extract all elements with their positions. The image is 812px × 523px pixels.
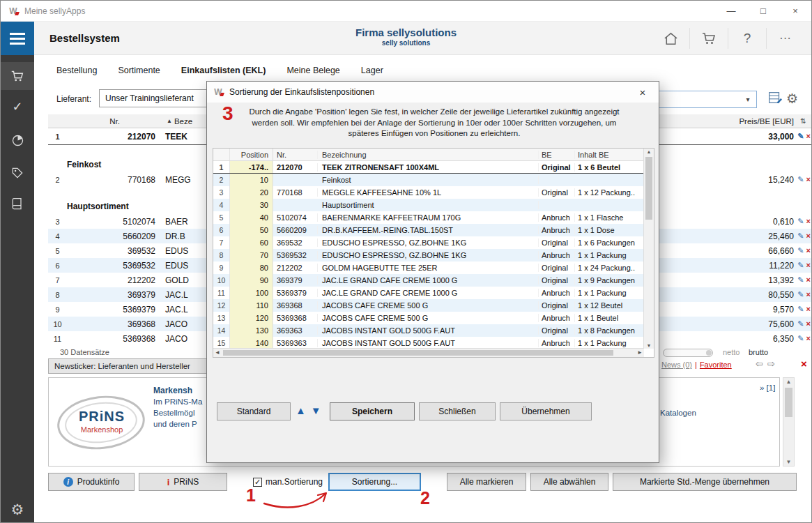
delete-icon[interactable]: × [806, 334, 811, 343]
close-button[interactable]: × [779, 1, 811, 21]
arrow-right-icon[interactable]: ⇨ [767, 358, 775, 369]
scrollbar-thumb[interactable] [223, 350, 613, 356]
man-sortierung-checkbox[interactable]: ✓ man.Sortierung [253, 477, 323, 487]
delete-icon[interactable]: × [806, 232, 811, 241]
sort-table-row[interactable]: 1 -174.. 212070 TEEK ZITRONENSAFT 100X4M… [213, 161, 654, 174]
edit-icon[interactable]: ✎ [797, 290, 804, 299]
position-cell[interactable]: 120 [230, 312, 273, 324]
news-link[interactable]: News (0) [661, 361, 692, 369]
col-nr[interactable]: Nr. [273, 151, 318, 159]
col-be[interactable]: BE [539, 151, 575, 159]
produktinfo-button[interactable]: i Produktinfo [48, 473, 135, 491]
edit-icon[interactable]: ✎ [797, 175, 804, 184]
tab[interactable]: Bestellung [56, 66, 97, 75]
dialog-titlebar[interactable]: W Sortierung der Einkaufslistenpositione… [207, 82, 659, 103]
sidebar-pie-chart-icon[interactable] [1, 126, 34, 154]
position-cell[interactable]: 10 [230, 174, 273, 186]
sort-table-row[interactable]: 5 40 5102074 BAERENMARKE KAFFEETRAUM 170… [213, 211, 654, 224]
delete-icon[interactable]: × [806, 261, 811, 270]
edit-icon[interactable]: ✎ [797, 319, 804, 328]
grid-settings-gear-icon[interactable]: ⚙ [786, 91, 798, 107]
position-cell[interactable]: 110 [230, 299, 273, 312]
standard-button[interactable]: Standard [217, 402, 291, 420]
sort-table-row[interactable]: 6 50 5660209 DR.B.KAFFEEM.-REING.TABL.15… [213, 224, 654, 236]
edit-icon[interactable]: ✎ [797, 132, 804, 141]
panel-scrollbar[interactable]: ▲ ▼ [783, 377, 795, 467]
scroll-down-icon[interactable]: ▼ [783, 459, 794, 465]
delete-icon[interactable]: × [806, 275, 811, 285]
edit-icon[interactable]: ✎ [797, 232, 804, 241]
netto-label[interactable]: netto [723, 348, 740, 356]
col-bezeichnung[interactable]: Bezeichnung [318, 151, 539, 159]
sort-table-row[interactable]: 2 10 Feinkost [213, 174, 654, 186]
more-menu-icon[interactable]: ... [767, 29, 804, 48]
netto-brutto-toggle[interactable] [663, 349, 713, 357]
position-cell[interactable]: 80 [230, 262, 273, 274]
maximize-button[interactable]: □ [747, 1, 779, 21]
tab[interactable]: Einkaufslisten (EKL) [181, 66, 266, 75]
position-cell[interactable]: 40 [230, 211, 273, 224]
sort-table-row[interactable]: 7 60 369532 EDUSCHO ESPRESSO, GZ.BOHNE 1… [213, 236, 654, 249]
tab[interactable]: Meine Belege [286, 66, 339, 75]
schliessen-button[interactable]: Schließen [419, 402, 496, 420]
move-up-icon[interactable]: ▲ [296, 404, 306, 416]
dialog-horizontal-scrollbar[interactable]: ◄ ► [213, 348, 644, 357]
scrollbar-thumb[interactable] [645, 157, 652, 220]
delete-icon[interactable]: × [806, 246, 811, 255]
position-cell[interactable]: 60 [230, 236, 273, 249]
scrollbar-thumb[interactable] [785, 388, 792, 417]
sort-table-row[interactable]: 8 70 5369532 EDUSCHO ESPRESSO, GZ.BOHNE … [213, 249, 654, 262]
col-inhalt-be[interactable]: Inhalt BE [575, 151, 643, 159]
prins-button[interactable]: i PRiNS [139, 473, 227, 491]
delete-icon[interactable]: × [806, 132, 811, 141]
position-cell[interactable]: 130 [230, 324, 273, 337]
alle-abwaehlen-button[interactable]: Alle abwählen [530, 473, 608, 491]
sidebar-tag-icon[interactable] [1, 159, 34, 187]
pager-indicator[interactable]: » [1] [760, 384, 775, 392]
sort-table-row[interactable]: 11 100 5369379 JAC.LE GRAND CAFE CREME 1… [213, 287, 654, 299]
edit-icon[interactable]: ✎ [797, 246, 804, 255]
markierte-std-menge-button[interactable]: Markierte Std.-Menge übernehmen [613, 473, 797, 491]
sidebar-cart-icon[interactable] [1, 62, 34, 90]
edit-icon[interactable]: ✎ [797, 334, 804, 343]
brutto-label[interactable]: brutto [749, 348, 768, 356]
col-bezeichnung[interactable]: Beze [174, 117, 192, 126]
settings-gear-icon[interactable]: ⚙ [1, 496, 34, 523]
position-cell[interactable]: 50 [230, 224, 273, 236]
dialog-vertical-scrollbar[interactable]: ▲ ▼ [643, 149, 654, 349]
scroll-right-icon[interactable]: ► [637, 349, 643, 356]
cart-icon[interactable] [690, 30, 728, 47]
col-nr[interactable]: Nr. [67, 117, 162, 126]
alle-markieren-button[interactable]: Alle markieren [447, 473, 526, 491]
position-cell[interactable]: -174.. [230, 161, 273, 173]
tab[interactable]: Sortimente [118, 66, 160, 75]
sort-table-row[interactable]: 10 90 369379 JAC.LE GRAND CAFE CREME 100… [213, 274, 654, 287]
delete-icon[interactable]: × [806, 305, 811, 314]
sidebar-catalog-icon[interactable] [1, 190, 34, 218]
position-cell[interactable]: 30 [230, 199, 273, 211]
lieferant-dropdown[interactable]: Unser Trainingslieferant [99, 89, 216, 107]
table-edit-icon[interactable] [767, 90, 783, 108]
position-cell[interactable]: 100 [230, 287, 273, 299]
delete-icon[interactable]: × [806, 217, 811, 226]
dialog-close-icon[interactable]: × [632, 86, 653, 98]
edit-icon[interactable]: ✎ [797, 217, 804, 226]
delete-icon[interactable]: × [806, 290, 811, 299]
scroll-left-icon[interactable]: ◄ [215, 349, 220, 356]
sort-both-icon[interactable]: ⇅ [794, 117, 812, 125]
minimize-button[interactable]: — [715, 1, 747, 21]
scroll-up-icon[interactable]: ▲ [644, 149, 654, 154]
home-icon[interactable] [652, 31, 689, 47]
tab[interactable]: Lager [361, 66, 383, 75]
position-cell[interactable]: 90 [230, 274, 273, 287]
close-panel-icon[interactable]: × [801, 358, 807, 370]
arrow-left-icon[interactable]: ⇦ [756, 358, 763, 369]
move-down-icon[interactable]: ▼ [311, 404, 321, 416]
prins-logo[interactable]: PRiNS Markenshop [56, 382, 148, 460]
sort-table-row[interactable]: 12 110 369368 JACOBS CAFE CREME 500 G Or… [213, 299, 654, 312]
edit-icon[interactable]: ✎ [797, 275, 804, 285]
delete-icon[interactable]: × [806, 319, 811, 328]
help-icon[interactable]: ? [728, 31, 766, 46]
col-position[interactable]: Position [230, 149, 273, 160]
favoriten-link[interactable]: Favoriten [700, 361, 732, 369]
